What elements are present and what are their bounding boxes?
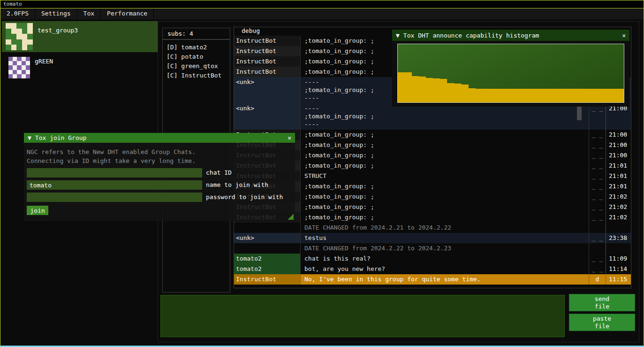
sender-name: InstructBot	[234, 36, 301, 46]
histogram-bar	[511, 89, 518, 102]
group-avatar	[8, 57, 30, 78]
join-field-row: password to join with	[27, 193, 295, 202]
resize-grip-icon[interactable]	[288, 214, 294, 220]
collapse-icon[interactable]: ▼	[28, 134, 31, 141]
message-time: 21:00	[606, 103, 631, 130]
sender-name: tomato2	[234, 254, 301, 264]
histogram-window-body	[392, 41, 629, 107]
member-item[interactable]: [C] green_qtox	[167, 62, 230, 71]
avatar-pixel	[17, 70, 21, 74]
close-icon[interactable]: ✕	[622, 32, 626, 39]
chat-row[interactable]: tomato2bot, are you new here?_ _11:14	[234, 264, 631, 274]
message-flags	[589, 243, 606, 254]
message-time: 21:01	[606, 171, 631, 181]
histogram-bar	[419, 77, 426, 102]
avatar-pixel	[8, 61, 13, 65]
message-flags: _ _	[589, 233, 606, 243]
message-time: 11:15	[606, 274, 631, 285]
join-input-password-to-join-with[interactable]	[27, 193, 202, 202]
sender-name	[234, 243, 301, 254]
join-button[interactable]: join	[27, 206, 48, 215]
join-description: NGC refers to the New DHT enabled Group …	[27, 147, 295, 165]
histogram-bar	[568, 89, 575, 102]
chat-row[interactable]: <unk>testus_ _23:38	[234, 233, 631, 243]
collapse-icon[interactable]: ▼	[396, 32, 400, 39]
date-separator[interactable]: DATE CHANGED from 2024.2.22 to 2024.2.23	[234, 243, 631, 254]
message-text: STRUCT	[301, 171, 589, 181]
close-icon[interactable]: ✕	[288, 134, 291, 141]
group-name: test_group3	[38, 27, 78, 52]
avatar-pixel	[27, 45, 33, 50]
avatar-pixel	[13, 61, 17, 65]
message-flags: _ _	[589, 161, 606, 171]
histogram-bar	[617, 89, 624, 102]
histogram-bar	[518, 89, 525, 102]
histogram-bar	[610, 89, 617, 102]
avatar-pixel	[27, 23, 33, 29]
join-field-label: password to join with	[206, 193, 283, 202]
menu-item-settings[interactable]: Settings	[35, 8, 77, 19]
member-item[interactable]: [C] InstructBot	[167, 71, 230, 80]
group-item-green[interactable]: gREEN	[2, 52, 158, 83]
message-flags	[589, 223, 606, 233]
histogram-bar	[433, 78, 440, 102]
avatar-pixel	[22, 23, 28, 29]
avatar-pixel	[16, 23, 22, 29]
menu-item-tox[interactable]: Tox	[77, 8, 101, 19]
menu-item-performance[interactable]: Performance	[101, 8, 154, 19]
chat-row[interactable]: <unk>---- ;tomato_in_group: ; ----_ _21:…	[234, 103, 631, 130]
message-time: 21:01	[606, 161, 631, 171]
message-time: 21:02	[606, 212, 631, 223]
group-sidebar: test_group3gREEN	[2, 21, 158, 83]
message-time: 21:00	[606, 150, 631, 161]
avatar-pixel	[27, 34, 33, 39]
chat-row[interactable]: InstructBotNo, I've been in this group f…	[234, 274, 631, 285]
message-flags: _ _	[589, 140, 606, 150]
histogram-bar	[532, 89, 539, 102]
join-input-name-to-join-with[interactable]	[27, 180, 202, 190]
avatar-pixel	[17, 57, 21, 61]
message-text: ;tomato_in_group: ;	[301, 212, 589, 223]
menu-item-2-0fps[interactable]: 2.0FPS	[0, 8, 35, 19]
group-name: gREEN	[35, 58, 53, 83]
group-avatar	[6, 23, 33, 50]
avatar-pixel	[11, 29, 17, 34]
chat-row[interactable]: tomato2chat is this real?_ _11:09	[234, 254, 631, 264]
message-input[interactable]	[160, 295, 565, 337]
histogram-window: ▼ Tox DHT announce capability histogram …	[392, 30, 629, 107]
histogram-bar	[447, 83, 454, 102]
histogram-bar	[539, 89, 546, 102]
join-group-window: ▼ Tox join Group ✕ NGC refers to the New…	[24, 133, 295, 221]
histogram-bar	[546, 89, 553, 102]
join-field-row: chat ID	[27, 168, 295, 177]
avatar-pixel	[16, 34, 22, 39]
avatar-pixel	[11, 23, 17, 29]
avatar-pixel	[6, 29, 11, 34]
group-item-test-group3[interactable]: test_group3	[2, 21, 158, 52]
histogram-bar	[426, 78, 433, 102]
message-text: ;tomato_in_group: ;	[301, 181, 589, 192]
join-field-row: name to join with	[27, 180, 295, 190]
histogram-bar	[575, 89, 582, 102]
avatar-pixel	[26, 70, 30, 74]
avatar-pixel	[13, 74, 17, 78]
avatar-pixel	[16, 45, 22, 50]
message-time: 21:01	[606, 181, 631, 192]
avatar-pixel	[22, 65, 26, 69]
join-field-label: name to join with	[206, 180, 268, 190]
message-time: 11:09	[606, 254, 631, 264]
date-separator[interactable]: DATE CHANGED from 2024.2.21 to 2024.2.22	[234, 223, 631, 233]
message-flags: _ _	[589, 181, 606, 192]
histogram-window-titlebar[interactable]: ▼ Tox DHT announce capability histogram …	[392, 30, 629, 41]
avatar-pixel	[11, 39, 17, 45]
message-text: ;tomato_in_group: ;	[301, 161, 589, 171]
histogram-bar	[490, 89, 497, 102]
member-item[interactable]: [D] tomato2	[167, 43, 230, 52]
send-file-button[interactable]: send file	[569, 294, 635, 311]
avatar-pixel	[22, 57, 26, 61]
sender-name: InstructBot	[234, 56, 301, 67]
join-window-titlebar[interactable]: ▼ Tox join Group ✕	[24, 133, 295, 143]
member-item[interactable]: [C] potato	[167, 52, 230, 62]
paste-file-button[interactable]: paste file	[569, 314, 635, 331]
join-input-chat-id[interactable]	[27, 168, 202, 177]
